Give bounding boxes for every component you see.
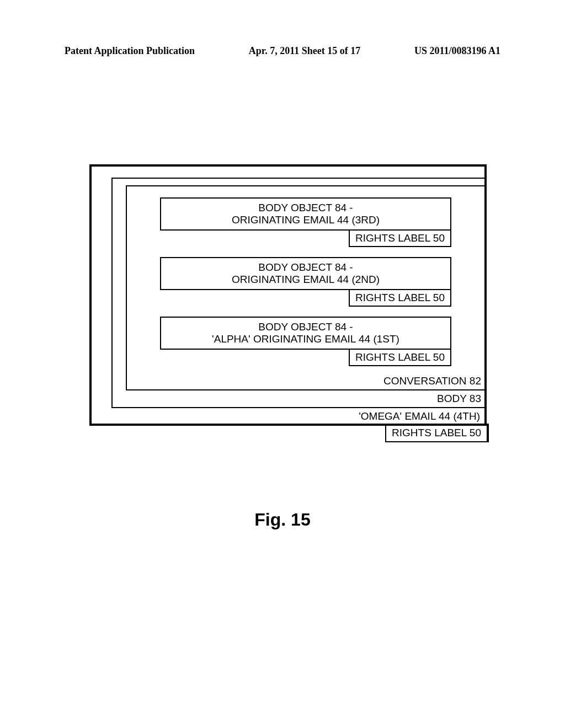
body-83-box: BODY OBJECT 84 - ORIGINATING EMAIL 44 (3… (111, 178, 486, 408)
conversation-label: CONVERSATION 82 (127, 373, 484, 389)
body-label: BODY 83 (113, 390, 484, 407)
rights-label-outer: RIGHTS LABEL 50 (385, 424, 489, 442)
body-object-line2: ORIGINATING EMAIL 44 (3RD) (161, 214, 450, 226)
body-object-1st: BODY OBJECT 84 - 'ALPHA' ORIGINATING EMA… (160, 317, 451, 350)
spacing-row: RIGHTS LABEL 50 (160, 290, 451, 317)
rights-label-3rd: RIGHTS LABEL 50 (349, 229, 451, 247)
body-object-line2: 'ALPHA' ORIGINATING EMAIL 44 (1ST) (161, 333, 450, 345)
figure-caption: Fig. 15 (0, 510, 565, 530)
body-object-line2: ORIGINATING EMAIL 44 (2ND) (161, 274, 450, 286)
body-object-3rd: BODY OBJECT 84 - ORIGINATING EMAIL 44 (3… (160, 197, 451, 231)
spacing-row: RIGHTS LABEL 50 (160, 350, 451, 373)
rights-label-1st: RIGHTS LABEL 50 (349, 349, 451, 366)
header-date-sheet: Apr. 7, 2011 Sheet 15 of 17 (249, 45, 360, 57)
figure-diagram: BODY OBJECT 84 - ORIGINATING EMAIL 44 (3… (89, 164, 487, 445)
body-object-line1: BODY OBJECT 84 - (161, 261, 450, 274)
body-object-2nd: BODY OBJECT 84 - ORIGINATING EMAIL 44 (2… (160, 257, 451, 290)
conversation-82-box: BODY OBJECT 84 - ORIGINATING EMAIL 44 (3… (126, 185, 486, 390)
rights-label-2nd: RIGHTS LABEL 50 (349, 289, 451, 307)
header-publication-type: Patent Application Publication (65, 45, 195, 57)
page-header: Patent Application Publication Apr. 7, 2… (0, 45, 565, 57)
body-object-line1: BODY OBJECT 84 - (161, 321, 450, 333)
header-publication-number: US 2011/0083196 A1 (414, 45, 500, 57)
spacing-row: RIGHTS LABEL 50 (160, 231, 451, 257)
omega-email-box: BODY OBJECT 84 - ORIGINATING EMAIL 44 (3… (89, 164, 487, 426)
body-object-line1: BODY OBJECT 84 - (161, 202, 450, 214)
omega-label: 'OMEGA' EMAIL 44 (4TH) (92, 408, 484, 424)
